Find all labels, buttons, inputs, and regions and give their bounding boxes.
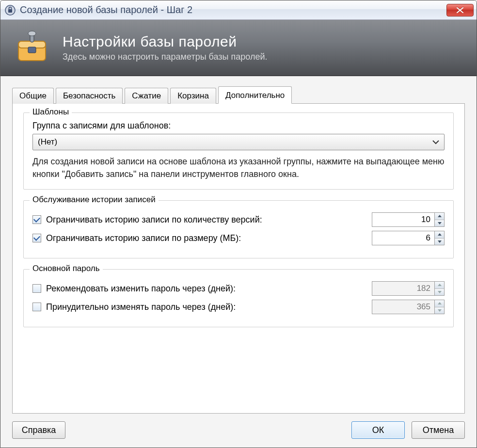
row-limit-versions: Ограничивать историю записи по количеств… <box>32 212 445 227</box>
tab-advanced[interactable]: Дополнительно <box>218 86 292 104</box>
banner-title: Настройки базы паролей <box>63 33 267 50</box>
titlebar: Создание новой базы паролей - Шаг 2 <box>0 0 477 20</box>
checkbox-limit-versions[interactable] <box>32 215 41 224</box>
spin-down-icon[interactable] <box>435 307 444 314</box>
window-title: Создание новой базы паролей - Шаг 2 <box>20 4 446 16</box>
chevron-down-icon <box>432 137 439 147</box>
spin-down-icon[interactable] <box>435 239 444 245</box>
cancel-button[interactable]: Отмена <box>412 421 465 439</box>
spinner-limit-size <box>372 231 445 245</box>
group-templates-title: Шаблоны <box>30 107 72 117</box>
tab-general[interactable]: Общие <box>12 88 54 104</box>
spin-up-icon[interactable] <box>435 282 444 289</box>
spin-up-icon[interactable] <box>435 300 444 307</box>
spin-up-icon[interactable] <box>435 213 444 220</box>
app-icon <box>4 4 16 16</box>
group-history: Обслуживание истории записей Ограничиват… <box>23 200 454 258</box>
row-limit-size: Ограничивать историю записи по размеру (… <box>32 231 445 245</box>
group-master-password: Основной пароль Рекомендовать изменить п… <box>23 269 454 327</box>
spinner-buttons <box>435 212 445 227</box>
spinner-buttons <box>435 231 445 245</box>
input-limit-size[interactable] <box>372 231 435 245</box>
input-recommend-change[interactable] <box>372 281 435 296</box>
checkbox-force-change[interactable] <box>32 303 41 311</box>
svg-point-6 <box>28 31 36 36</box>
group-history-title: Обслуживание истории записей <box>30 195 159 205</box>
label-limit-versions: Ограничивать историю записи по количеств… <box>46 215 372 225</box>
help-button[interactable]: Справка <box>12 421 65 439</box>
spinner-buttons <box>435 300 445 314</box>
row-force-change: Принудительно изменять пароль через (дне… <box>32 300 445 314</box>
group-templates: Шаблоны Группа с записями для шаблонов: … <box>23 112 454 190</box>
banner-text: Настройки базы паролей Здесь можно настр… <box>63 33 267 62</box>
spinner-force-change <box>372 300 445 314</box>
input-force-change[interactable] <box>372 300 435 314</box>
input-limit-versions[interactable] <box>372 212 435 227</box>
spin-down-icon[interactable] <box>435 289 444 296</box>
client-area: Общие Безопасность Сжатие Корзина Дополн… <box>0 76 477 448</box>
templates-description: Для создания новой записи на основе шабл… <box>32 155 445 180</box>
tab-panel-advanced: Шаблоны Группа с записями для шаблонов: … <box>12 103 465 414</box>
checkbox-limit-size[interactable] <box>32 234 41 242</box>
dialog-window: Создание новой базы паролей - Шаг 2 Наст… <box>0 0 477 448</box>
header-banner: Настройки базы паролей Здесь можно настр… <box>0 20 477 76</box>
svg-rect-4 <box>28 47 36 53</box>
close-button[interactable] <box>446 4 474 16</box>
banner-icon <box>10 26 54 70</box>
spin-down-icon[interactable] <box>435 220 444 227</box>
spinner-limit-versions <box>372 212 445 227</box>
label-recommend-change: Рекомендовать изменить пароль через (дне… <box>46 284 372 294</box>
checkbox-recommend-change[interactable] <box>32 284 41 293</box>
spinner-recommend-change <box>372 281 445 296</box>
tab-compression[interactable]: Сжатие <box>125 88 168 104</box>
spinner-buttons <box>435 281 445 296</box>
templates-group-dropdown[interactable]: (Нет) <box>32 134 445 150</box>
tab-recyclebin[interactable]: Корзина <box>170 88 216 104</box>
dialog-footer: Справка ОК Отмена <box>12 414 465 439</box>
templates-group-dropdown-value: (Нет) <box>38 137 57 147</box>
spin-up-icon[interactable] <box>435 231 444 239</box>
label-limit-size: Ограничивать историю записи по размеру (… <box>46 233 372 243</box>
svg-rect-1 <box>8 9 12 13</box>
templates-label: Группа с записями для шаблонов: <box>32 121 445 131</box>
ok-button[interactable]: ОК <box>351 421 405 439</box>
tab-security[interactable]: Безопасность <box>56 88 123 104</box>
group-master-password-title: Основной пароль <box>30 264 103 273</box>
tab-strip: Общие Безопасность Сжатие Корзина Дополн… <box>12 86 465 103</box>
label-force-change: Принудительно изменять пароль через (дне… <box>46 302 372 312</box>
banner-subtitle: Здесь можно настроить параметры базы пар… <box>63 52 267 62</box>
row-recommend-change: Рекомендовать изменить пароль через (дне… <box>32 281 445 296</box>
